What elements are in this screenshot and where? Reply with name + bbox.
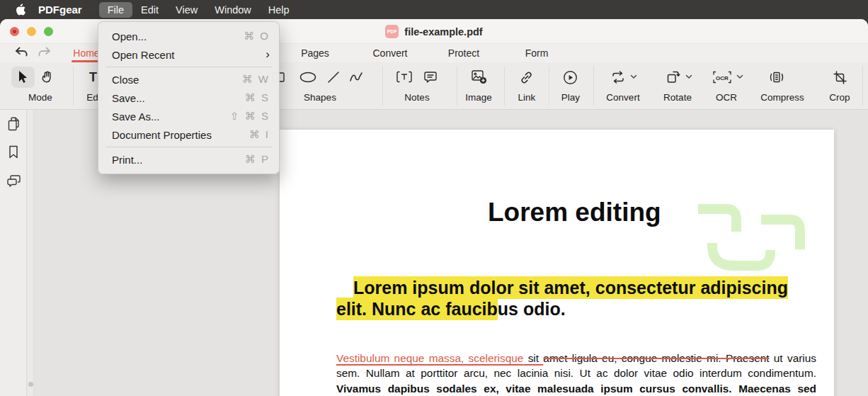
menubar-item-file[interactable]: File xyxy=(99,2,132,18)
toolbar-group-ocr-label: OCR xyxy=(705,92,748,103)
screen: PDFgear File Edit View Window Help PDF f… xyxy=(0,0,868,396)
tab-form[interactable]: Form xyxy=(521,44,552,62)
hand-tool-icon[interactable] xyxy=(40,69,55,84)
left-panel-bar xyxy=(0,110,27,396)
menu-item-document-properties[interactable]: Document Properties ⌘ I xyxy=(98,125,279,144)
rotate-icon[interactable] xyxy=(666,69,681,85)
comment-note-icon[interactable] xyxy=(423,71,438,84)
convert-chevron-down-icon[interactable] xyxy=(630,74,637,79)
menu-item-print[interactable]: Print... ⌘ P xyxy=(98,150,279,169)
menubar-item-help[interactable]: Help xyxy=(260,2,298,18)
crop-icon[interactable] xyxy=(833,70,847,85)
tab-pages[interactable]: Pages xyxy=(295,44,335,62)
menubar-item-edit[interactable]: Edit xyxy=(132,2,167,18)
toolbar-group-link-label: Link xyxy=(506,92,548,103)
pdf-heading: Lorem ipsum dolor sit amet, consectetur … xyxy=(336,278,812,319)
insert-image-icon[interactable] xyxy=(471,69,488,85)
menu-item-close[interactable]: Close ⌘ W xyxy=(98,70,279,89)
toolbar-group-play-label: Play xyxy=(549,92,592,103)
green-decorative-graphic xyxy=(694,200,807,274)
pdf-paragraph: Vestibulum neque massa, scelerisque sit … xyxy=(336,351,816,396)
toolbar-group-crop-label: Crop xyxy=(818,92,861,103)
bookmarks-icon[interactable] xyxy=(6,145,21,159)
menu-item-save-as[interactable]: Save As... ⇧ ⌘ S xyxy=(98,107,279,125)
toolbar-group-convert-label: Convert xyxy=(595,92,651,103)
toolbar-group-shapes-label: Shapes xyxy=(285,92,355,103)
pdf-file-icon: PDF xyxy=(385,25,399,38)
rotate-chevron-down-icon[interactable] xyxy=(685,74,692,79)
app-name[interactable]: PDFgear xyxy=(38,4,82,16)
menu-item-save[interactable]: Save... ⌘ S xyxy=(98,89,279,107)
paragraph-bold-text: Vivamus dapibus sodales ex, vitae malesu… xyxy=(336,383,816,396)
submenu-arrow-icon: › xyxy=(265,47,270,62)
text-tool-icon[interactable]: T xyxy=(89,70,97,85)
macos-menubar: PDFgear File Edit View Window Help xyxy=(0,0,868,19)
compress-icon[interactable] xyxy=(769,70,784,84)
menubar-item-window[interactable]: Window xyxy=(206,2,260,18)
toolbar-group-rotate-label: Rotate xyxy=(649,92,706,103)
struck-through-text: amet ligula eu, congue molestie mi. Prae… xyxy=(543,352,769,364)
toolbar-group-notes-label: Notes xyxy=(389,92,445,103)
ocr-chevron-down-icon[interactable] xyxy=(736,74,743,79)
menu-item-open[interactable]: Open... ⌘ O xyxy=(98,27,279,45)
inserted-underlined-text: sit xyxy=(523,352,543,364)
ocr-icon[interactable]: OCR xyxy=(712,71,732,84)
shortcut-save-as: ⇧ ⌘ S xyxy=(230,110,270,123)
pdf-page[interactable]: Lorem editing Lorem ipsum dolor sit amet… xyxy=(280,130,834,396)
shortcut-save: ⌘ S xyxy=(245,91,270,104)
pdf-title-text: Lorem editing xyxy=(488,198,661,227)
toolbar-group-image-label: Image xyxy=(454,92,503,103)
freehand-draw-icon[interactable] xyxy=(348,71,364,84)
text-note-icon[interactable] xyxy=(396,71,412,83)
page-thumbnails-icon[interactable] xyxy=(6,116,21,132)
shortcut-open: ⌘ O xyxy=(244,30,270,43)
line-shape-icon[interactable] xyxy=(326,70,341,84)
shortcut-document-properties: ⌘ I xyxy=(249,128,270,141)
menu-separator xyxy=(105,147,272,147)
shortcut-close: ⌘ W xyxy=(242,73,270,86)
comments-panel-icon[interactable] xyxy=(6,174,22,188)
document-filename: file-example.pdf xyxy=(404,26,482,38)
apple-icon[interactable] xyxy=(15,4,25,16)
menubar-item-view[interactable]: View xyxy=(167,2,206,18)
toolbar-group-compress-label: Compress xyxy=(747,92,818,103)
convert-icon[interactable] xyxy=(610,70,626,84)
menu-separator xyxy=(105,67,272,67)
ocr-icon-text: OCR xyxy=(716,75,729,81)
insert-link-icon[interactable] xyxy=(519,70,534,85)
menu-item-open-recent[interactable]: Open Recent › xyxy=(98,45,279,64)
tab-protect[interactable]: Protect xyxy=(444,44,484,62)
redo-button[interactable] xyxy=(37,46,52,59)
ellipse-shape-icon[interactable] xyxy=(299,72,316,83)
heading-rest: us odio. xyxy=(498,299,566,319)
tab-convert[interactable]: Convert xyxy=(370,44,411,62)
play-media-icon[interactable] xyxy=(563,70,578,85)
panel-resize-handle[interactable] xyxy=(28,382,33,387)
select-cursor-icon[interactable] xyxy=(16,69,30,85)
panel-resize-gutter[interactable] xyxy=(28,110,34,396)
shortcut-print: ⌘ P xyxy=(245,153,270,166)
toolbar-group-mode-label: Mode xyxy=(0,92,81,103)
file-menu-dropdown: Open... ⌘ O Open Recent › Close ⌘ W Save… xyxy=(98,21,280,174)
inserted-red-text: Vestibulum neque massa, scelerisque xyxy=(336,352,523,364)
undo-button[interactable] xyxy=(14,46,29,59)
